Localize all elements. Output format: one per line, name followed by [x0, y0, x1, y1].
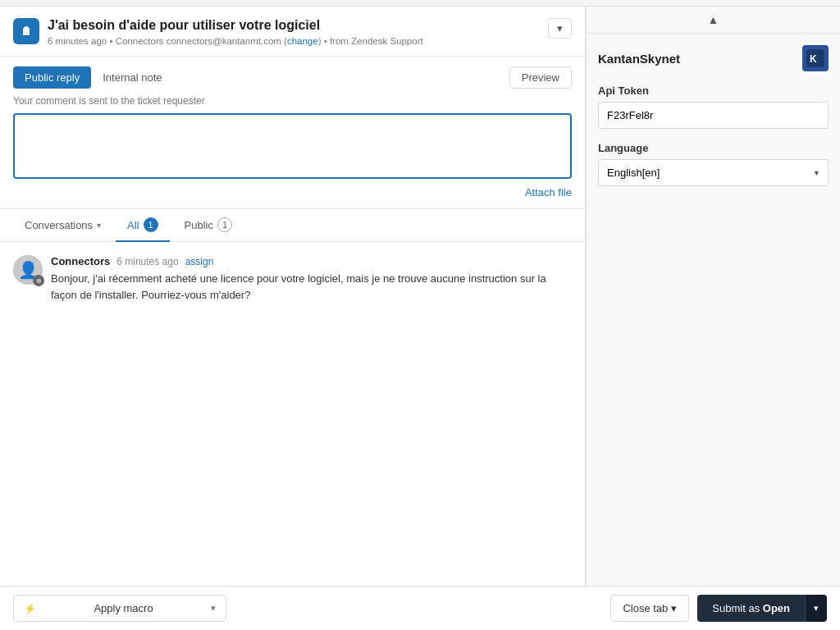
apply-macro-label: Apply macro: [41, 602, 206, 614]
tab-conversations[interactable]: Conversations ▾: [13, 211, 112, 241]
api-token-label: Api Token: [598, 84, 829, 97]
ticket-meta: 6 minutes ago • Connectors connectors@ka…: [48, 36, 423, 46]
svg-text:K: K: [810, 53, 817, 65]
internal-note-tab[interactable]: Internal note: [91, 66, 173, 89]
lightning-icon: ⚡: [24, 603, 36, 614]
submit-as-open-button[interactable]: Submit as Open: [697, 595, 805, 622]
apply-macro-button[interactable]: ⚡ Apply macro ▾: [13, 595, 226, 622]
ticket-header: J'ai besoin d'aide pour utiliser votre l…: [0, 7, 585, 57]
attach-file-link[interactable]: Attach file: [525, 186, 572, 199]
reply-section: Public reply Internal note Preview Your …: [0, 57, 585, 209]
avatar: 👤 ⊕: [13, 255, 43, 285]
right-panel: ▲ KantanSkynet K Api Token Language: [586, 7, 840, 586]
message-body: Bonjour, j'ai récemment acheté une licen…: [51, 271, 572, 303]
tab-public[interactable]: Public 1: [173, 209, 244, 242]
bottom-bar: ⚡ Apply macro ▾ Close tab ▾ Submit as Op…: [0, 586, 840, 630]
tab-all[interactable]: All 1: [116, 209, 169, 242]
conversations-tabs: Conversations ▾ All 1 Public 1: [0, 209, 585, 242]
message-list: 👤 ⊕ Connectors 6 minutes ago assign Bonj…: [0, 242, 585, 316]
language-select-wrapper: English[en] French[fr] German[de] Spanis…: [598, 159, 829, 186]
change-link[interactable]: change: [287, 36, 318, 46]
language-select[interactable]: English[en] French[fr] German[de] Spanis…: [598, 159, 829, 186]
svg-point-0: [25, 28, 28, 31]
ticket-dropdown-button[interactable]: ▾: [548, 18, 572, 39]
kantan-logo-icon: K: [802, 45, 829, 71]
api-token-group: Api Token: [598, 84, 829, 129]
table-row: 👤 ⊕ Connectors 6 minutes ago assign Bonj…: [13, 255, 572, 303]
submit-dropdown-button[interactable]: ▾: [805, 595, 827, 622]
conversations-section: 👤 ⊕ Connectors 6 minutes ago assign Bonj…: [0, 242, 585, 586]
apply-macro-dropdown-icon: ▾: [211, 603, 216, 614]
panel-collapse-button[interactable]: ▲: [587, 7, 840, 34]
message-author: Connectors: [51, 255, 110, 267]
public-badge: 1: [217, 217, 232, 232]
submit-group: Submit as Open ▾: [697, 595, 827, 622]
preview-button[interactable]: Preview: [509, 66, 572, 89]
close-tab-button[interactable]: Close tab ▾: [610, 595, 689, 622]
translate-icon: ⊕: [33, 275, 44, 286]
conversations-dropdown-icon: ▾: [97, 221, 101, 230]
message-content: Connectors 6 minutes ago assign Bonjour,…: [51, 255, 572, 303]
language-label: Language: [598, 142, 829, 154]
kantan-header: KantanSkynet K: [598, 45, 829, 71]
zendesk-logo-icon: [13, 18, 39, 44]
api-token-input[interactable]: [598, 102, 829, 129]
reply-textarea[interactable]: [13, 113, 572, 179]
language-group: Language English[en] French[fr] German[d…: [598, 142, 829, 186]
reply-hint: Your comment is sent to the ticket reque…: [13, 95, 572, 107]
kantan-title: KantanSkynet: [598, 52, 680, 66]
assign-link[interactable]: assign: [185, 256, 214, 267]
left-panel: J'ai besoin d'aide pour utiliser votre l…: [0, 7, 586, 586]
message-header: Connectors 6 minutes ago assign: [51, 255, 572, 267]
panel-content: KantanSkynet K Api Token Language Englis…: [587, 34, 840, 586]
all-badge: 1: [144, 217, 158, 232]
ticket-title: J'ai besoin d'aide pour utiliser votre l…: [48, 18, 423, 33]
reply-tabs: Public reply Internal note Preview: [13, 66, 572, 89]
close-tab-dropdown-icon: ▾: [671, 602, 677, 614]
public-reply-tab[interactable]: Public reply: [13, 66, 91, 89]
message-time: 6 minutes ago: [116, 256, 178, 267]
